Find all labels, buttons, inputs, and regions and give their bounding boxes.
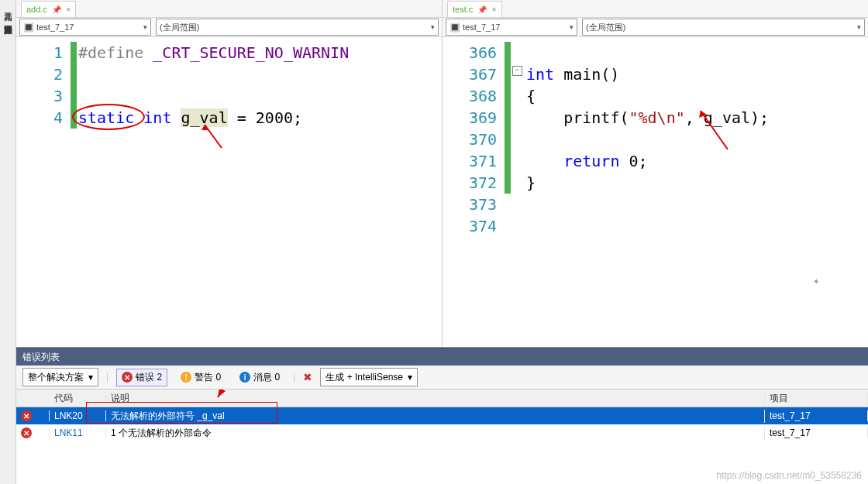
change-marker	[505, 150, 511, 172]
filter-warnings-label: 警告 0	[195, 371, 221, 384]
line-number: 372	[443, 172, 497, 194]
end-of-file-icon: ✦	[813, 269, 819, 291]
change-marker-col	[71, 37, 78, 347]
line-number: 367	[443, 64, 497, 85]
error-scope-label: 整个解决方案	[28, 371, 84, 384]
project-combo-label: test_7_17	[463, 22, 500, 32]
change-marker	[505, 215, 511, 237]
project-combo-label: test_7_17	[36, 22, 74, 32]
main-area: add.c 📌 × 🔳 test_7_17 ▾ (全局范围) ▾	[16, 0, 868, 484]
filter-errors[interactable]: ✕ 错误 2	[116, 369, 167, 386]
editor-pane-left: add.c 📌 × 🔳 test_7_17 ▾ (全局范围) ▾	[16, 0, 443, 347]
token-func: printf	[563, 108, 619, 127]
pin-icon[interactable]: 📌	[52, 5, 61, 14]
token-identifier: g_val	[181, 108, 227, 127]
token-text: , g_val);	[685, 108, 769, 127]
file-tab-label: test.c	[453, 5, 473, 14]
change-marker	[505, 85, 511, 107]
collapse-toggle-icon[interactable]: −	[512, 66, 522, 76]
change-marker	[71, 42, 77, 64]
pin-icon[interactable]: 📌	[477, 5, 487, 14]
filter-messages-label: 消息 0	[253, 371, 280, 384]
token-brace: {	[526, 87, 536, 105]
line-number: 3	[16, 85, 63, 107]
line-gutter: 1 2 3 4	[16, 37, 71, 347]
code-text-right[interactable]: int main() { printf("%d\n", g_val); retu…	[526, 37, 868, 347]
warning-icon: !	[181, 372, 191, 383]
error-icon: ✕	[21, 427, 32, 438]
filter-errors-label: 错误 2	[136, 371, 162, 384]
file-tab-test-c[interactable]: test.c 📌 ×	[447, 1, 502, 17]
change-marker	[505, 129, 511, 150]
error-proj: test_7_17	[765, 427, 868, 438]
change-marker	[505, 107, 511, 129]
token-text: main()	[554, 65, 619, 84]
line-number: 1	[16, 42, 63, 64]
clear-filter-icon[interactable]: ✖‍	[303, 371, 312, 383]
token-macro: _CRT_SECURE_NO_WARNIN	[153, 43, 349, 62]
line-number: 370	[443, 129, 497, 150]
nav-bar-right: 🔳 test_7_17 ▾ (全局范围) ▾	[443, 18, 868, 37]
token-brace: }	[526, 173, 536, 192]
editor-split: add.c 📌 × 🔳 test_7_17 ▾ (全局范围) ▾	[16, 0, 868, 348]
line-number: 366	[443, 42, 497, 64]
build-source-combo[interactable]: 生成 + IntelliSense ▾	[320, 368, 418, 386]
error-list-title: 错误列表	[16, 348, 868, 366]
scope-combo[interactable]: (全局范围) ▾	[582, 19, 865, 36]
close-icon[interactable]: ×	[66, 5, 71, 14]
change-marker	[505, 42, 511, 64]
line-number: 2	[16, 64, 63, 85]
token-preproc: #define	[78, 43, 153, 62]
filter-warnings[interactable]: ! 警告 0	[175, 369, 226, 386]
tabstrip-right: test.c 📌 ×	[443, 0, 868, 18]
code-area-left[interactable]: 1 2 3 4 #define _CRT_SECURE_NO_WARNIN st…	[16, 37, 442, 347]
code-text-left[interactable]: #define _CRT_SECURE_NO_WARNIN static int…	[78, 37, 442, 347]
change-marker	[505, 172, 511, 194]
change-marker	[505, 64, 511, 85]
chevron-down-icon: ▾	[143, 23, 147, 31]
error-desc: 1 个无法解析的外部命令	[106, 427, 765, 440]
file-tab-add-c[interactable]: add.c 📌 ×	[21, 1, 76, 17]
info-icon: i	[239, 372, 250, 383]
editor-pane-right: test.c 📌 × 🔳 test_7_17 ▾ (全局范围) ▾	[443, 0, 868, 347]
close-icon[interactable]: ×	[491, 5, 496, 14]
token-string: "%d\n"	[629, 108, 684, 127]
token-text: 0;	[619, 152, 647, 170]
change-marker	[71, 85, 77, 107]
rail-toolbox[interactable]: 工具箱	[1, 3, 16, 9]
app-root: 工具箱 解决方案资源管理器 add.c 📌 × 🔳 test_7_17 ▾	[0, 0, 868, 484]
line-number: 373	[443, 194, 497, 215]
tabstrip-left: add.c 📌 ×	[16, 0, 442, 18]
line-number: 368	[443, 85, 497, 107]
error-code: LNK11	[50, 427, 106, 438]
error-icon: ✕	[122, 372, 133, 383]
scope-combo-label: (全局范围)	[586, 22, 625, 33]
project-combo[interactable]: 🔳 test_7_17 ▾	[446, 19, 577, 36]
token-keyword: int	[143, 108, 171, 127]
line-gutter: 366 367 368 369 370 371 372 373 374	[443, 37, 505, 347]
project-combo[interactable]: 🔳 test_7_17 ▾	[19, 19, 151, 36]
line-number: 369	[443, 107, 497, 129]
build-source-label: 生成 + IntelliSense	[326, 371, 403, 384]
line-number: 4	[16, 107, 63, 129]
annotation-ellipse	[72, 104, 145, 130]
col-proj[interactable]: 项目	[765, 392, 868, 405]
watermark: https://blog.csdn.net/m0_53558236	[717, 470, 862, 481]
error-icon: ✕	[21, 410, 32, 421]
outline-col: −	[512, 37, 526, 347]
filter-messages[interactable]: i 消息 0	[234, 369, 285, 386]
code-area-right[interactable]: 366 367 368 369 370 371 372 373 374	[443, 37, 868, 347]
error-list-panel: 错误列表 整个解决方案 ▾ | ✕ 错误 2 ! 警告 0 i 消息 0	[16, 348, 868, 484]
chevron-down-icon: ▾	[408, 372, 412, 383]
rail-solution-explorer[interactable]: 解决方案资源管理器	[1, 15, 16, 22]
annotation-box	[86, 402, 277, 424]
error-row[interactable]: ✕ LNK11 1 个无法解析的外部命令 test_7_17	[16, 424, 868, 441]
file-tab-label: add.c	[26, 5, 47, 14]
side-rail: 工具箱 解决方案资源管理器	[0, 0, 16, 484]
scope-combo[interactable]: (全局范围) ▾	[156, 19, 439, 36]
token-keyword: return	[563, 152, 619, 170]
chevron-down-icon: ▾	[570, 23, 574, 31]
svg-line-0	[205, 125, 222, 148]
error-scope-combo[interactable]: 整个解决方案 ▾	[22, 368, 98, 386]
line-number: 371	[443, 150, 497, 172]
